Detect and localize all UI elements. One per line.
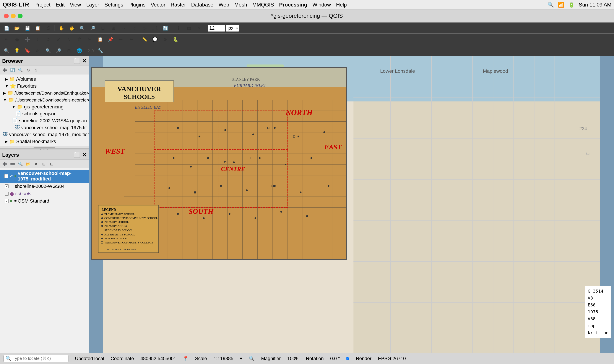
menu-processing[interactable]: Processing — [279, 2, 307, 8]
move-button[interactable]: ↕ — [33, 35, 42, 44]
print-button[interactable]: 🖨 — [43, 24, 53, 32]
close-panel-icon[interactable]: ✕ — [82, 58, 86, 64]
copy-button[interactable]: 📋 — [95, 35, 105, 44]
menu-database[interactable]: Database — [191, 2, 213, 8]
close-panel-icon[interactable]: ✕ — [82, 152, 86, 158]
tree-map-modified-tif[interactable]: 🖼 vancouver-school-map-1975_modifiedtif — [0, 131, 89, 138]
layer-check-shoreline[interactable]: ✓ — [5, 184, 9, 188]
layer-item-osm[interactable]: ✓ ■ 🗺 OSM Standard — [0, 197, 89, 205]
layer-close-button[interactable]: ✕ — [32, 161, 40, 167]
save-as-button[interactable]: 📋 — [33, 24, 42, 32]
menu-layer[interactable]: Layer — [86, 2, 99, 8]
menu-help[interactable]: Help — [336, 2, 347, 8]
draw-button[interactable]: 🖊 — [33, 46, 42, 55]
tree-map-tif[interactable]: 🖼 vancouver-school-map-1975.tif — [0, 124, 89, 131]
zoom-next-button[interactable]: ▷ — [140, 24, 149, 32]
browser-filter-button[interactable]: 🔍 — [17, 67, 24, 73]
wrench-button[interactable]: 🔧 — [96, 46, 105, 55]
map-tips-button[interactable]: 💡 — [12, 46, 22, 55]
identify-button[interactable]: ℹ — [174, 24, 183, 32]
tree-favorites[interactable]: ▼ ⭐ Favorites — [0, 83, 89, 90]
tree-earthquake[interactable]: ▶ 📁 /Users/demet/Downloads/EarthquakeMap… — [0, 90, 89, 96]
browser-collapse-button[interactable]: ⊖ — [25, 67, 32, 73]
render-checkbox[interactable] — [346, 357, 349, 360]
globe-button[interactable]: 🌐 — [75, 46, 84, 55]
pan-map-button[interactable]: 🖐 — [67, 24, 77, 32]
menu-view[interactable]: View — [70, 2, 81, 8]
annotation-button[interactable]: 💬 — [150, 35, 160, 44]
zoom-layer-button[interactable]: ↔ — [119, 24, 128, 32]
font-unit-select[interactable]: px — [226, 25, 239, 32]
delete-button[interactable]: 🗑 — [75, 35, 84, 44]
digitize-button[interactable]: ✏ — [2, 35, 11, 44]
layer-item-shoreline[interactable]: ✓ 〰 shoreline-2002-WGS84 — [0, 183, 89, 190]
expand-icon[interactable]: ⬜ — [74, 152, 80, 158]
cut-button[interactable]: ✂ — [85, 35, 95, 44]
zoom-last-button[interactable]: ◁ — [129, 24, 139, 32]
tree-spatial-bookmarks[interactable]: ▶ 📁 Spatial Bookmarks — [0, 138, 89, 145]
save-project-button[interactable]: 💾 — [23, 24, 32, 32]
vertex-button[interactable]: ◉ — [12, 35, 22, 44]
zoom-in2-button[interactable]: 🔍 — [43, 46, 53, 55]
search-icon[interactable]: 🔍 — [547, 2, 554, 8]
menu-web[interactable]: Web — [218, 2, 229, 8]
zoom-in-button[interactable]: 🔍 — [77, 24, 87, 32]
refresh-button[interactable]: 🔄 — [161, 24, 170, 32]
minimize-button[interactable] — [11, 14, 16, 18]
measure-button[interactable]: 📏 — [140, 35, 149, 44]
settings2-button[interactable]: ⚙ — [161, 35, 170, 44]
layer-expand-button[interactable]: ⊞ — [40, 161, 47, 167]
layer-check-schools[interactable] — [5, 192, 9, 196]
tree-gis[interactable]: ▼ 📁 /Users/demet/Downloads/gis-georefere… — [0, 96, 89, 104]
layer-open-button[interactable]: 📂 — [25, 161, 32, 167]
panel-splitter[interactable]: • • • — [0, 148, 89, 150]
tree-schools-json[interactable]: 📄 schools.geojson — [0, 110, 89, 117]
open-project-button[interactable]: 📂 — [12, 24, 22, 32]
menu-mesh[interactable]: Mesh — [234, 2, 247, 8]
redo-button[interactable]: ↪ — [126, 35, 136, 44]
layer-check-osm[interactable]: ✓ — [5, 199, 9, 203]
map-container[interactable]: 234 Bu Lower Lonsdale Maplewood — [89, 56, 614, 364]
menu-plugins[interactable]: Plugins — [128, 2, 146, 8]
menu-mmqgis[interactable]: MMQGIS — [252, 2, 274, 8]
deselect-button[interactable]: ✕ — [194, 24, 204, 32]
status-search[interactable]: 🔍 — [3, 355, 68, 362]
bookmark-button[interactable]: 🔖 — [23, 46, 32, 55]
zoom-native-button[interactable]: 1:1 — [150, 24, 160, 32]
crs-value[interactable]: EPSG:26710 — [378, 356, 406, 361]
browser-add-button[interactable]: ➕ — [1, 67, 8, 73]
font-size-input[interactable] — [208, 25, 225, 32]
browser-refresh-button[interactable]: 🔄 — [9, 67, 16, 73]
rotate-button[interactable]: ↺ — [43, 35, 53, 44]
menu-project[interactable]: Project — [34, 2, 51, 8]
layer-filter-button[interactable]: 🔍 — [17, 161, 24, 167]
menu-settings[interactable]: Settings — [104, 2, 123, 8]
paste-button[interactable]: 📌 — [106, 35, 115, 44]
scale-button[interactable]: ▾ — [240, 356, 242, 361]
zoom-selection-button[interactable]: ⊞ — [109, 24, 118, 32]
pan-button[interactable]: ✋ — [56, 24, 66, 32]
search-loc-button[interactable]: 🔍 — [2, 46, 11, 55]
locate-input[interactable] — [13, 356, 60, 361]
zoom-out-button[interactable]: 🔎 — [88, 24, 97, 32]
offset-button[interactable]: ⤡ — [64, 35, 74, 44]
menu-edit[interactable]: Edit — [56, 2, 65, 8]
maximize-button[interactable] — [18, 14, 23, 18]
layer-check-modified[interactable]: ✓ — [4, 174, 8, 178]
layer-remove-button[interactable]: ➖ — [9, 161, 16, 167]
undo-button[interactable]: ↩ — [116, 35, 126, 44]
layer-item-schools[interactable]: ⬤ schools — [0, 190, 89, 197]
select2-button[interactable]: ⊞ — [64, 46, 74, 55]
scale-button[interactable]: ⤢ — [54, 35, 63, 44]
tree-volumes[interactable]: ▶ 📁 /Volumes — [0, 76, 89, 83]
zoom-full-button[interactable]: ⊡ — [98, 24, 108, 32]
layer-collapse-button[interactable]: ⊟ — [48, 161, 55, 167]
menu-vector[interactable]: Vector — [150, 2, 165, 8]
close-button[interactable] — [4, 14, 9, 18]
tree-shoreline-json[interactable]: 📄 shoreline-2002-WGS84.geojson — [0, 117, 89, 124]
layer-item-modified[interactable]: ✓ 👁 ■ vancouver-school-map-1975_modified — [0, 170, 89, 183]
select-button[interactable]: ▦ — [184, 24, 194, 32]
menu-window[interactable]: Window — [313, 2, 331, 8]
python-button[interactable]: 🐍 — [171, 35, 180, 44]
zoom-out2-button[interactable]: 🔎 — [54, 46, 63, 55]
